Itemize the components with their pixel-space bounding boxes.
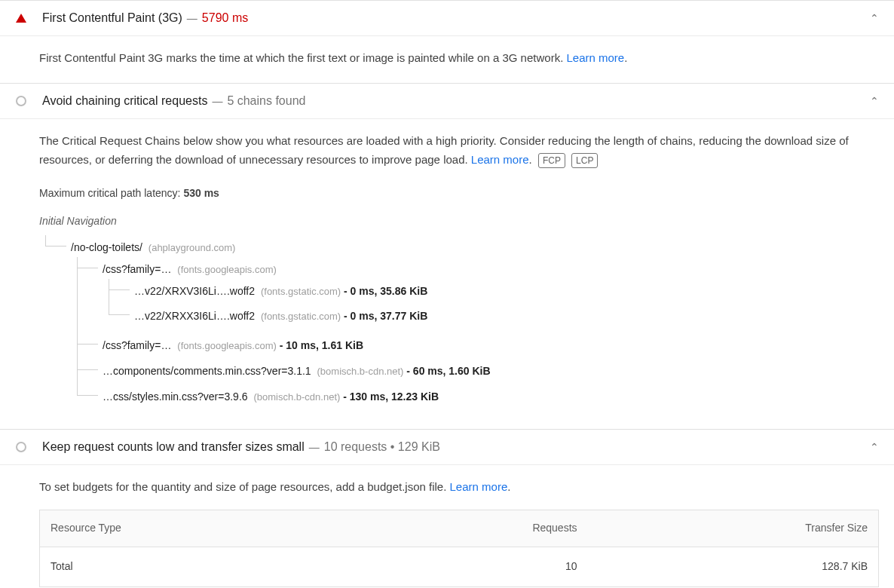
audit-title: Keep request counts low and transfer siz… <box>42 440 305 454</box>
audit-title: First Contentful Paint (3G) <box>42 11 182 25</box>
latency-line: Maximum critical path latency: 530 ms <box>39 185 879 203</box>
audit-header-chains[interactable]: Avoid chaining critical requests — 5 cha… <box>0 84 894 119</box>
col-transfer-size: Transfer Size <box>588 510 879 547</box>
audit-header-fcp3g[interactable]: First Contentful Paint (3G) — 5790 ms ⌃ <box>0 1 894 36</box>
audit-description: First Contentful Paint 3G marks the time… <box>39 51 566 64</box>
latency-label: Maximum critical path latency: <box>39 187 183 199</box>
node-url: …v22/XRXX3I6Li….woff2 <box>134 310 255 322</box>
badge-fcp: FCP <box>538 153 565 168</box>
chevron-up-icon[interactable]: ⌃ <box>870 95 879 107</box>
separator: — <box>309 441 320 453</box>
audit-metric: 5790 ms <box>202 11 248 25</box>
circle-info-icon <box>15 95 27 107</box>
separator: — <box>212 95 222 107</box>
chevron-up-icon[interactable]: ⌃ <box>870 441 879 453</box>
latency-value: 530 ms <box>183 187 219 199</box>
node-url: /no-clog-toilets/ <box>71 241 142 253</box>
node-url: …components/comments.min.css?ver=3.1.1 <box>103 365 311 377</box>
audit-chains: Avoid chaining critical requests — 5 cha… <box>0 83 894 429</box>
audit-header-budget[interactable]: Keep request counts low and transfer siz… <box>0 430 894 465</box>
cell-size: 128.7 KiB <box>588 547 879 586</box>
node-stat: - 0 ms, 37.77 KiB <box>344 310 427 322</box>
node-url: …v22/XRXV3I6Li….woff2 <box>134 285 255 297</box>
node-host: (fonts.googleapis.com) <box>177 264 277 275</box>
audit-fcp3g: First Contentful Paint (3G) — 5790 ms ⌃ … <box>0 0 894 83</box>
col-requests: Requests <box>360 510 587 547</box>
tree-node: …v22/XRXV3I6Li….woff2 (fonts.gstatic.com… <box>121 279 879 305</box>
tree-node: /css?family=… (fonts.googleapis.com) …v2… <box>89 257 879 333</box>
audit-body-budget: To set budgets for the quantity and size… <box>0 465 894 588</box>
node-host: (bomisch.b-cdn.net) <box>253 391 340 403</box>
tree-node: /no-clog-toilets/ (ahplayground.com) /cs… <box>57 235 879 414</box>
learn-more-link[interactable]: Learn more <box>566 51 624 64</box>
tree-node: /css?family=… (fonts.googleapis.com) - 1… <box>89 333 879 359</box>
circle-info-icon <box>15 441 27 453</box>
audit-title: Avoid chaining critical requests <box>42 94 207 108</box>
audit-body-chains: The Critical Request Chains below show y… <box>0 119 894 429</box>
node-url: /css?family=… <box>103 263 171 275</box>
audit-description: To set budgets for the quantity and size… <box>39 480 450 493</box>
node-stat: - 130 ms, 12.23 KiB <box>343 390 439 403</box>
node-url: /css?family=… <box>103 339 171 351</box>
audit-body-fcp3g: First Contentful Paint 3G marks the time… <box>0 36 894 83</box>
cell-type: Total <box>40 547 360 586</box>
table-row: Total 10 128.7 KiB <box>40 547 879 586</box>
chevron-up-icon[interactable]: ⌃ <box>870 12 879 24</box>
col-resource-type: Resource Type <box>40 510 360 547</box>
tree-node: …components/comments.min.css?ver=3.1.1 (… <box>89 359 879 384</box>
triangle-fail-icon <box>15 12 27 24</box>
learn-more-link[interactable]: Learn more <box>471 153 529 166</box>
node-host: (bomisch.b-cdn.net) <box>317 366 404 377</box>
tree-node: …v22/XRXX3I6Li….woff2 (fonts.gstatic.com… <box>121 304 879 329</box>
node-stat: - 0 ms, 35.86 KiB <box>344 285 427 297</box>
audit-budget: Keep request counts low and transfer siz… <box>0 429 894 588</box>
badge-lcp: LCP <box>571 153 598 168</box>
learn-more-link[interactable]: Learn more <box>450 480 508 493</box>
separator: — <box>187 12 197 24</box>
budget-table: Resource Type Requests Transfer Size Tot… <box>39 510 879 587</box>
cell-requests: 10 <box>360 547 587 586</box>
node-host: (fonts.googleapis.com) <box>177 340 277 351</box>
tree-node: …css/styles.min.css?ver=3.9.6 (bomisch.b… <box>89 384 879 410</box>
node-stat: - 60 ms, 1.60 KiB <box>406 365 490 377</box>
request-chain-tree: Initial Navigation /no-clog-toilets/ (ah… <box>39 213 879 413</box>
node-host: (ahplayground.com) <box>148 242 236 253</box>
audit-subtitle: 5 chains found <box>227 94 305 108</box>
audit-description: The Critical Request Chains below show y… <box>39 134 849 167</box>
node-host: (fonts.gstatic.com) <box>261 311 341 322</box>
tree-root-label: Initial Navigation <box>39 213 879 231</box>
node-url: …css/styles.min.css?ver=3.9.6 <box>103 390 248 403</box>
node-host: (fonts.gstatic.com) <box>261 286 341 297</box>
node-stat: - 10 ms, 1.61 KiB <box>280 339 363 351</box>
audit-subtitle: 10 requests • 129 KiB <box>324 440 440 454</box>
